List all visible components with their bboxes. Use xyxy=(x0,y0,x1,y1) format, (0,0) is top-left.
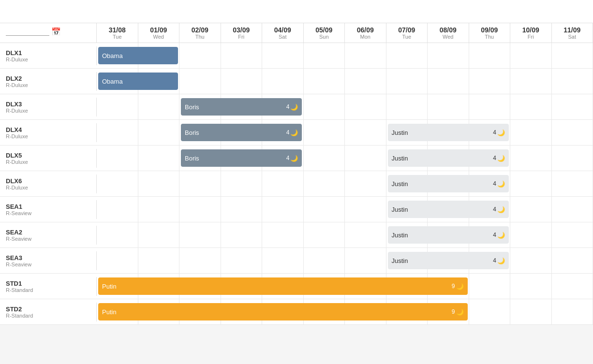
date-cell-DLX5-6[interactable] xyxy=(345,146,386,171)
date-cell-STD2-9[interactable] xyxy=(469,299,511,324)
date-cell-SEA3-5[interactable] xyxy=(304,248,345,273)
date-cell-DLX3-0[interactable] xyxy=(97,94,138,119)
date-cell-SEA1-1[interactable] xyxy=(138,197,180,222)
date-cell-DLX4-11[interactable] xyxy=(552,120,593,145)
date-cell-DLX4-6[interactable] xyxy=(345,120,386,145)
date-cell-DLX3-9[interactable] xyxy=(469,94,511,119)
date-cell-SEA1-0[interactable] xyxy=(97,197,138,222)
date-cell-SEA2-0[interactable] xyxy=(97,222,138,248)
booking-block[interactable]: Justin4🌙 xyxy=(388,175,509,192)
date-cell-SEA1-2[interactable] xyxy=(179,197,221,222)
nav-next-button[interactable] xyxy=(568,10,576,14)
date-cell-SEA3-4[interactable] xyxy=(262,248,304,273)
date-cell-DLX6-11[interactable] xyxy=(552,171,593,196)
date-cell-DLX2-6[interactable] xyxy=(345,69,386,94)
date-cell-DLX6-10[interactable] xyxy=(510,171,552,196)
date-cell-DLX5-5[interactable] xyxy=(304,146,345,171)
date-cell-DLX6-4[interactable] xyxy=(262,171,304,196)
calendar-icon[interactable]: 📅 xyxy=(51,27,61,36)
date-cell-DLX1-5[interactable] xyxy=(304,43,345,68)
date-cell-DLX1-8[interactable] xyxy=(428,43,469,68)
date-cell-DLX3-7[interactable] xyxy=(386,94,428,119)
date-cell-DLX3-11[interactable] xyxy=(552,94,593,119)
nav-prev-button[interactable] xyxy=(558,10,566,14)
booking-block[interactable]: Obama xyxy=(98,73,178,90)
date-cell-SEA1-3[interactable] xyxy=(221,197,263,222)
date-cell-SEA2-5[interactable] xyxy=(304,222,345,248)
date-cell-SEA3-11[interactable] xyxy=(552,248,593,273)
booking-block[interactable]: Justin4🌙 xyxy=(388,252,509,269)
date-cell-SEA2-1[interactable] xyxy=(138,222,180,248)
date-cell-SEA2-3[interactable] xyxy=(221,222,263,248)
booking-block[interactable]: Boris4🌙 xyxy=(181,124,302,141)
date-cell-DLX2-9[interactable] xyxy=(469,69,511,94)
date-cell-STD2-11[interactable] xyxy=(552,299,593,324)
date-cell-DLX1-9[interactable] xyxy=(469,43,511,68)
date-cell-DLX3-10[interactable] xyxy=(510,94,552,119)
date-cell-SEA1-11[interactable] xyxy=(552,197,593,222)
booking-block[interactable]: Justin4🌙 xyxy=(388,226,509,244)
date-cell-SEA3-3[interactable] xyxy=(221,248,263,273)
date-cell-DLX5-0[interactable] xyxy=(97,146,138,171)
booking-block[interactable]: Justin4🌙 xyxy=(388,201,509,218)
date-cell-DLX5-1[interactable] xyxy=(138,146,180,171)
date-cell-DLX1-7[interactable] xyxy=(386,43,428,68)
date-cell-DLX5-10[interactable] xyxy=(510,146,552,171)
date-cell-DLX2-3[interactable] xyxy=(221,69,263,94)
date-cell-DLX2-11[interactable] xyxy=(552,69,593,94)
date-cell-DLX2-10[interactable] xyxy=(510,69,552,94)
booking-block[interactable]: Justin4🌙 xyxy=(388,124,509,141)
date-cell-SEA2-2[interactable] xyxy=(179,222,221,248)
date-cell-DLX6-3[interactable] xyxy=(221,171,263,196)
date-cell-DLX6-0[interactable] xyxy=(97,171,138,196)
booking-block[interactable]: Putin9🌙 xyxy=(98,303,468,320)
nav-last-button[interactable] xyxy=(578,10,585,14)
date-cell-DLX4-1[interactable] xyxy=(138,120,180,145)
date-cell-SEA3-2[interactable] xyxy=(179,248,221,273)
date-cell-SEA2-6[interactable] xyxy=(345,222,386,248)
booking-block[interactable]: Putin9🌙 xyxy=(98,277,468,295)
date-cell-DLX1-2[interactable] xyxy=(179,43,221,68)
date-cell-DLX3-8[interactable] xyxy=(428,94,469,119)
date-cell-STD1-10[interactable] xyxy=(510,274,552,299)
date-cell-DLX2-2[interactable] xyxy=(179,69,221,94)
date-input[interactable] xyxy=(6,28,49,36)
date-cell-DLX3-5[interactable] xyxy=(304,94,345,119)
date-cell-DLX4-5[interactable] xyxy=(304,120,345,145)
date-cell-DLX1-10[interactable] xyxy=(510,43,552,68)
date-cell-SEA3-1[interactable] xyxy=(138,248,180,273)
date-cell-DLX3-6[interactable] xyxy=(345,94,386,119)
date-cell-DLX3-1[interactable] xyxy=(138,94,180,119)
date-cell-DLX4-10[interactable] xyxy=(510,120,552,145)
date-cell-DLX2-4[interactable] xyxy=(262,69,304,94)
date-cell-SEA1-4[interactable] xyxy=(262,197,304,222)
date-cell-DLX4-0[interactable] xyxy=(97,120,138,145)
booking-block[interactable]: Boris4🌙 xyxy=(181,98,302,116)
date-cell-DLX6-5[interactable] xyxy=(304,171,345,196)
date-cell-SEA3-6[interactable] xyxy=(345,248,386,273)
date-cell-DLX1-4[interactable] xyxy=(262,43,304,68)
date-cell-DLX2-5[interactable] xyxy=(304,69,345,94)
date-cell-DLX2-7[interactable] xyxy=(386,69,428,94)
date-cell-DLX1-11[interactable] xyxy=(552,43,593,68)
date-cell-DLX2-8[interactable] xyxy=(428,69,469,94)
booking-block[interactable]: Justin4🌙 xyxy=(388,149,509,167)
date-cell-STD1-11[interactable] xyxy=(552,274,593,299)
date-cell-STD2-10[interactable] xyxy=(510,299,552,324)
nav-first-button[interactable] xyxy=(549,10,556,14)
date-cell-DLX1-3[interactable] xyxy=(221,43,263,68)
date-cell-DLX6-2[interactable] xyxy=(179,171,221,196)
date-cell-SEA1-5[interactable] xyxy=(304,197,345,222)
date-cell-SEA2-10[interactable] xyxy=(510,222,552,248)
date-cell-DLX1-6[interactable] xyxy=(345,43,386,68)
date-cell-DLX6-1[interactable] xyxy=(138,171,180,196)
date-cell-SEA3-0[interactable] xyxy=(97,248,138,273)
date-cell-SEA1-10[interactable] xyxy=(510,197,552,222)
date-cell-DLX6-6[interactable] xyxy=(345,171,386,196)
booking-block[interactable]: Obama xyxy=(98,47,178,64)
date-cell-SEA2-11[interactable] xyxy=(552,222,593,248)
date-cell-SEA2-4[interactable] xyxy=(262,222,304,248)
date-cell-SEA1-6[interactable] xyxy=(345,197,386,222)
date-cell-STD1-9[interactable] xyxy=(469,274,511,299)
booking-block[interactable]: Boris4🌙 xyxy=(181,149,302,167)
